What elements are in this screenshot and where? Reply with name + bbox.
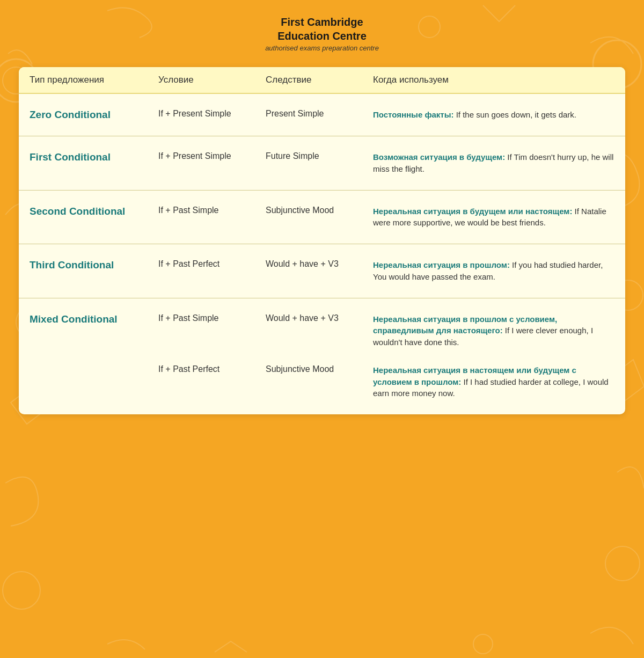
- mixed-conditional-section: Mixed Conditional If + Past Simple Would…: [19, 298, 625, 415]
- mixed-bottom-row: If + Past Perfect Subjunctive Mood Нереа…: [19, 356, 625, 414]
- main-table: Тип предложения Условие Следствие Когда …: [19, 67, 625, 414]
- when-text-zero: If the sun goes down, it gets dark.: [454, 110, 576, 119]
- consequence-mixed-1: Would + have + V3: [266, 313, 373, 323]
- consequence-third: Would + have + V3: [266, 259, 373, 269]
- when-mixed-1: Нереальная ситуация в прошлом с условием…: [373, 313, 614, 348]
- table-row: Second Conditional If + Past Simple Subj…: [19, 191, 625, 245]
- when-mixed-2: Нереальная ситуация в настоящем или буду…: [373, 364, 614, 399]
- table-row: Zero Conditional If + Present Simple Pre…: [19, 94, 625, 136]
- consequence-zero: Present Simple: [266, 109, 373, 119]
- when-second: Нереальная ситуация в будущем или настоя…: [373, 206, 614, 229]
- condition-zero: If + Present Simple: [158, 109, 266, 119]
- condition-mixed-1: If + Past Simple: [158, 313, 266, 323]
- type-first: First Conditional: [30, 151, 158, 163]
- consequence-second: Subjunctive Mood: [266, 206, 373, 215]
- table-row: Third Conditional If + Past Perfect Woul…: [19, 244, 625, 298]
- consequence-first: Future Simple: [266, 151, 373, 161]
- table-header-row: Тип предложения Условие Следствие Когда …: [19, 67, 625, 94]
- condition-third: If + Past Perfect: [158, 259, 266, 269]
- col-consequence: Следствие: [266, 75, 373, 85]
- svg-point-3: [3, 572, 40, 609]
- svg-point-6: [605, 546, 640, 581]
- col-when: Когда используем: [373, 75, 614, 85]
- when-title-second: Нереальная ситуация в будущем или настоя…: [373, 207, 572, 216]
- header-title: First Cambridge Education Centre: [11, 15, 633, 43]
- header-subtitle: authorised exams preparation centre: [11, 44, 633, 52]
- condition-first: If + Present Simple: [158, 151, 266, 161]
- when-title-third: Нереальная ситуация в прошлом:: [373, 260, 510, 269]
- when-title-first: Возможная ситуация в будущем:: [373, 152, 505, 162]
- when-title-zero: Постоянные факты:: [373, 110, 454, 119]
- condition-second: If + Past Simple: [158, 206, 266, 215]
- type-mixed: Mixed Conditional: [30, 313, 158, 325]
- col-type: Тип предложения: [30, 75, 158, 85]
- page-header: First Cambridge Education Centre authori…: [0, 0, 644, 62]
- when-zero: Постоянные факты: If the sun goes down, …: [373, 109, 614, 121]
- table-row: First Conditional If + Present Simple Fu…: [19, 136, 625, 191]
- when-third: Нереальная ситуация в прошлом: If you ha…: [373, 259, 614, 283]
- col-condition: Условие: [158, 75, 266, 85]
- table-body: Zero Conditional If + Present Simple Pre…: [19, 94, 625, 414]
- svg-point-8: [473, 634, 493, 654]
- condition-mixed-2: If + Past Perfect: [158, 364, 266, 374]
- type-third: Third Conditional: [30, 259, 158, 271]
- when-first: Возможная ситуация в будущем: If Tim doe…: [373, 151, 614, 175]
- type-zero: Zero Conditional: [30, 109, 158, 121]
- consequence-mixed-2: Subjunctive Mood: [266, 364, 373, 374]
- type-second: Second Conditional: [30, 206, 158, 217]
- mixed-top-row: Mixed Conditional If + Past Simple Would…: [19, 298, 625, 356]
